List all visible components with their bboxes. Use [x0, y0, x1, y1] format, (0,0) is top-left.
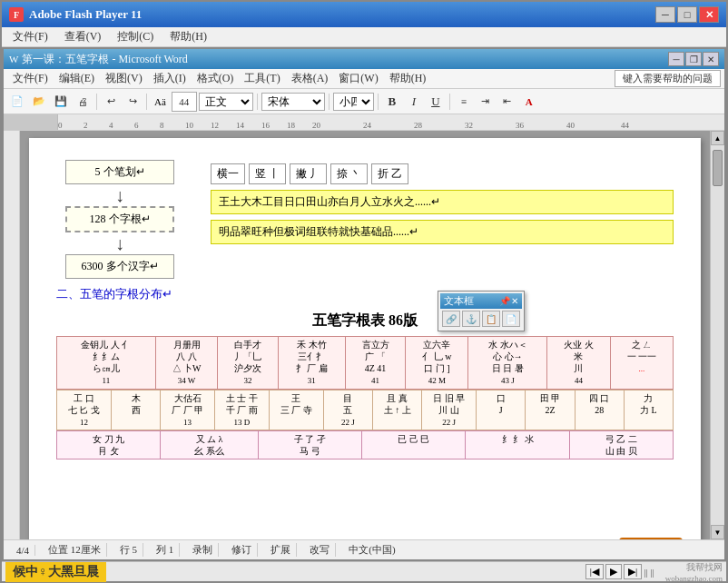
wubi-row-2: 工 口七 匕 戈12 木西 大估石厂 厂 甲13 土 士 干千 厂 雨13 D … [57, 390, 674, 430]
flash-menu-view[interactable]: 查看(V) [57, 27, 109, 46]
color-btn[interactable]: A [519, 92, 539, 112]
indent-btn[interactable]: ⇥ [476, 92, 496, 112]
style-select[interactable]: 正文 [199, 93, 253, 111]
word-menu-bar: 文件(F) 编辑(E) 视图(V) 插入(I) 格式(O) 工具(T) 表格(A… [4, 69, 724, 89]
redo-btn[interactable]: ↪ [123, 92, 143, 112]
word-menu-view[interactable]: 视图(V) [100, 69, 148, 88]
scroll-track[interactable] [711, 145, 724, 525]
word-restore-btn[interactable]: ❐ [685, 52, 702, 66]
word-title-bar: W 第一课：五笔字根 - Microsoft Word ─ ❐ ✕ [4, 49, 724, 69]
label-zhe: 折 乙 [371, 163, 408, 184]
doc-area[interactable]: 5 个笔划↵ ↓ 128 个字根↵ ↓ 6300 多个汉字↵ [20, 131, 710, 539]
sep6 [449, 94, 450, 110]
status-ovr: 改写 [304, 543, 336, 557]
word-help-box[interactable]: 键入需要帮助的问题 [615, 70, 721, 87]
flash-menu-control[interactable]: 控制(C) [110, 27, 161, 46]
wubi-cell-2-5: 王三 厂 寺 [269, 390, 323, 430]
close-button[interactable]: ✕ [699, 6, 719, 23]
wubi-cell-2-9: 口J [477, 390, 526, 430]
word-window: W 第一课：五笔字根 - Microsoft Word ─ ❐ ✕ 文件(F) … [2, 47, 726, 561]
wubi-cell-3-3: 子 了 孑马 弓 [258, 431, 361, 459]
wubi-cell-2-11: 四 口28 [575, 390, 624, 430]
status-ext: 扩展 [265, 543, 297, 557]
wubi-cell-3-4: 已 己 巳 [362, 431, 466, 459]
wubi-cell-3-5: 纟 纟 ⺢ [466, 431, 569, 459]
float-tb-anchor[interactable]: ⚓ [462, 311, 480, 327]
flash-menu-help[interactable]: 帮助(H) [162, 27, 214, 46]
wubi-cell-2-6: 目五22 J [323, 390, 372, 430]
sep2 [146, 94, 147, 110]
wubi-cell-2-4: 土 士 干千 厂 雨13 D [215, 390, 270, 430]
float-pin-btn[interactable]: 📌 [499, 296, 510, 306]
label-heng: 横一 [211, 163, 245, 184]
flow-box1-text: 5 个笔划↵ [95, 165, 145, 178]
flash-menu-bar: 文件(F) 查看(V) 控制(C) 帮助(H) [2, 27, 726, 47]
scroll-up-btn[interactable]: ▲ [711, 131, 724, 145]
align-center-btn[interactable]: ≡ [454, 92, 474, 112]
float-tb-copy[interactable]: 📋 [482, 311, 500, 327]
word-menu-edit[interactable]: 编辑(E) [54, 69, 100, 88]
wubi-cell-1-4: 禾 木竹三亻扌扌 厂 扁31 [278, 337, 345, 390]
flash-menu-file[interactable]: 文件(F) [5, 27, 55, 46]
float-title-controls: 📌 ✕ [499, 296, 518, 306]
new-doc-btn[interactable]: 📄 [7, 92, 27, 112]
print-btn[interactable]: 🖨 [73, 92, 93, 112]
word-menu-format[interactable]: 格式(O) [192, 69, 240, 88]
word-close-btn[interactable]: ✕ [703, 52, 719, 66]
wubi-table-3: 女 刀 九⺝ ⺙ 又 ム λ幺 系么 子 了 孑马 弓 已 己 巳 纟 纟 ⺢ … [56, 430, 674, 459]
open-btn[interactable]: 📂 [29, 92, 49, 112]
label-shu: 竖 丨 [249, 163, 286, 184]
flash-playback-controls: |◀ ▶ ▶| || || [585, 564, 654, 579]
wubi-cell-1-6: 立六辛亻 乚 w口 门 ]42 M [406, 337, 468, 390]
minimize-button[interactable]: ─ [655, 6, 675, 23]
watermark-text: 我帮找网 [665, 561, 723, 574]
underline-btn[interactable]: U [426, 92, 446, 112]
flash-prev-frame[interactable]: |◀ [585, 564, 604, 579]
font-select[interactable]: 宋体 [261, 93, 325, 111]
word-menu-file[interactable]: 文件(F) [7, 69, 54, 88]
scroll-down-btn[interactable]: ▼ [711, 525, 724, 539]
yellow-box1: 王土大木工目日口田山亦白月人立水火之......↵ [211, 190, 674, 214]
status-lang: 中文(中国) [343, 543, 400, 557]
font-size-44: 44 [172, 92, 197, 112]
flash-play-pause[interactable]: ▶ [605, 564, 622, 579]
word-menu-window[interactable]: 窗口(W) [333, 69, 383, 88]
flow-box3-text: 6300 多个汉字↵ [82, 260, 159, 272]
word-menu-tools[interactable]: 工具(T) [239, 69, 285, 88]
float-close-btn[interactable]: ✕ [511, 296, 518, 306]
status-rev: 修订 [226, 543, 258, 557]
word-minimize-btn[interactable]: ─ [668, 52, 684, 66]
flash-next-frame[interactable]: ▶| [624, 564, 642, 579]
flow-box3: 6300 多个汉字↵ [65, 254, 174, 279]
outdent-btn[interactable]: ⇤ [497, 92, 517, 112]
float-toolbar-body: 🔗 ⚓ 📋 📄 [440, 309, 522, 329]
status-position: 位置 12厘米 [43, 543, 107, 557]
maximize-button[interactable]: □ [677, 6, 697, 23]
word-menu-table[interactable]: 表格(A) [286, 69, 334, 88]
bold-btn[interactable]: B [382, 92, 402, 112]
word-menu-insert[interactable]: 插入(I) [148, 69, 192, 88]
status-row: 行 5 [114, 543, 143, 557]
yellow-box2: 明品翠旺种但极词组联特就快基础品......↵ [211, 220, 674, 244]
word-ruler: 0 2 4 6 8 10 12 14 16 18 20 24 28 32 36 … [4, 114, 724, 131]
wubi-cell-1-2: 月册用八 八△ 卜W34 W [155, 337, 217, 390]
word-status-bar: 4/4 位置 12厘米 行 5 列 1 录制 修订 扩展 改写 中文(中国) [4, 539, 724, 559]
watermark-url: wobangzhao.com [665, 574, 723, 583]
content-area: 5 个笔划↵ ↓ 128 个字根↵ ↓ 6300 多个汉字↵ [4, 131, 724, 539]
wubi-cell-1-8: 火业 火米川44 [547, 337, 610, 390]
italic-btn[interactable]: I [404, 92, 424, 112]
flash-bottom-bar: 候中♀大黑旦晨 |◀ ▶ ▶| || || 我帮找网 wobangzhao.co… [2, 561, 726, 581]
play-button[interactable]: 播放 [619, 538, 683, 539]
size-select[interactable]: 小四 [333, 93, 374, 111]
scroll-thumb[interactable] [713, 150, 723, 186]
word-menu-help[interactable]: 帮助(H) [384, 69, 432, 88]
word-win-controls: ─ ❐ ✕ [668, 52, 719, 66]
flash-icon: F [9, 7, 24, 22]
float-tb-paste[interactable]: 📄 [502, 311, 520, 327]
float-tb-link[interactable]: 🔗 [442, 311, 460, 327]
status-page: 4/4 [11, 545, 35, 556]
wubi-cell-1-7: 水 水ハ＜心 心→日 日 暑43 J [468, 337, 547, 390]
save-btn[interactable]: 💾 [51, 92, 71, 112]
wubi-cell-2-2: 木西 [111, 390, 160, 430]
undo-btn[interactable]: ↩ [101, 92, 121, 112]
